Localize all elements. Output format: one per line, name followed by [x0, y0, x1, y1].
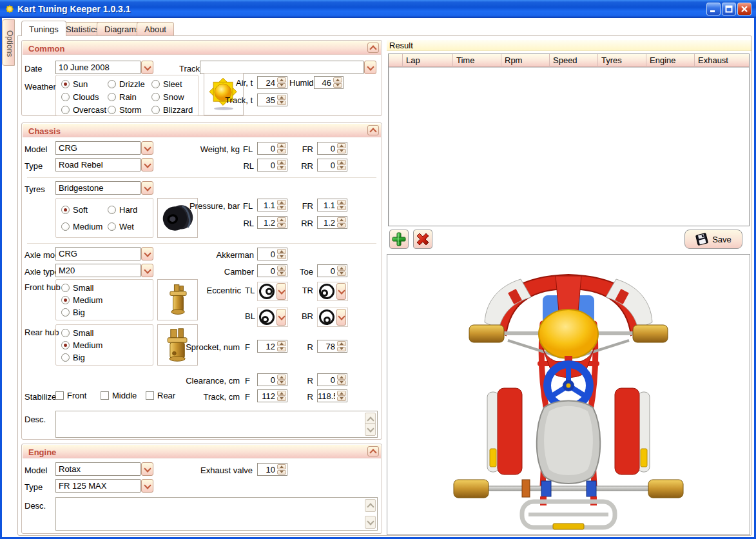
scroll-down-button[interactable]: [365, 423, 376, 436]
chassis-collapse-button[interactable]: [367, 125, 379, 135]
compound-radio-wet[interactable]: Wet: [108, 222, 134, 231]
result-col-exhaust[interactable]: Exhaust: [695, 54, 749, 67]
date-combobox[interactable]: 10 June 2008: [55, 61, 153, 74]
tyres-combobox[interactable]: Bridgestone: [55, 181, 153, 195]
camber-spinner[interactable]: [257, 264, 287, 277]
engine-collapse-button[interactable]: [367, 446, 379, 456]
weight-rr-spinner[interactable]: [317, 159, 347, 172]
minimize-button[interactable]: [706, 3, 721, 15]
stabilizer-front-checkbox[interactable]: Front: [55, 391, 86, 400]
result-table[interactable]: Lap Time Rpm Speed Tyres Engine Exhaust: [388, 54, 750, 226]
spin-down-button[interactable]: [277, 397, 286, 402]
pressure-fr-spinner[interactable]: [317, 199, 347, 211]
weight-fr-spinner[interactable]: [317, 142, 347, 155]
dropdown-button[interactable]: [141, 158, 153, 172]
spin-up-button[interactable]: [337, 375, 346, 380]
spin-down-button[interactable]: [337, 397, 346, 402]
dropdown-button[interactable]: [141, 264, 153, 277]
pressure-rl-spinner[interactable]: [257, 216, 287, 229]
scroll-up-button[interactable]: [365, 499, 376, 512]
spin-up-button[interactable]: [277, 200, 286, 205]
track-dropdown-button[interactable]: [364, 61, 376, 74]
weather-radio-storm[interactable]: Storm: [108, 105, 142, 115]
track-value[interactable]: [200, 61, 363, 74]
eccentric-bl-dropdown-button[interactable]: [276, 309, 286, 326]
spin-up-button[interactable]: [337, 266, 346, 271]
sprocket-f-spinner[interactable]: [257, 340, 287, 353]
front-hub-radio-medium[interactable]: Medium: [61, 295, 102, 305]
spin-down-button[interactable]: [277, 206, 286, 211]
engine-desc-textarea[interactable]: [55, 497, 378, 531]
spin-up-button[interactable]: [277, 160, 286, 165]
spin-down-button[interactable]: [277, 83, 286, 88]
pressure-rr-spinner[interactable]: [317, 216, 347, 229]
delete-lap-button[interactable]: [413, 230, 432, 249]
spin-down-button[interactable]: [277, 470, 286, 475]
dropdown-button[interactable]: [141, 247, 153, 260]
tab-tunings[interactable]: Tunings: [21, 21, 66, 36]
spin-down-button[interactable]: [337, 271, 346, 277]
dropdown-button[interactable]: [141, 181, 153, 195]
spin-up-button[interactable]: [337, 200, 346, 205]
engine-model-value[interactable]: Rotax: [55, 462, 141, 476]
track-cm-r-spinner[interactable]: [317, 389, 347, 402]
weather-radio-blizzard[interactable]: Blizzard: [151, 105, 193, 115]
track-temp-spinner[interactable]: [257, 93, 287, 106]
spin-down-button[interactable]: [277, 149, 286, 154]
result-col-time[interactable]: Time: [453, 54, 501, 67]
spin-up-button[interactable]: [277, 375, 286, 380]
pressure-fl-spinner[interactable]: [257, 199, 287, 211]
add-lap-button[interactable]: [389, 230, 409, 249]
weather-radio-sun[interactable]: Sun: [61, 79, 88, 89]
result-col-speed[interactable]: Speed: [550, 54, 598, 67]
rear-hub-radio-small[interactable]: Small: [61, 328, 94, 338]
result-col-rpm[interactable]: Rpm: [501, 54, 550, 67]
spin-down-button[interactable]: [337, 166, 346, 171]
toe-spinner[interactable]: [317, 264, 347, 277]
spin-down-button[interactable]: [337, 223, 346, 228]
result-col-engine[interactable]: Engine: [646, 54, 695, 67]
chassis-model-value[interactable]: CRG: [55, 141, 141, 155]
weight-fl-spinner[interactable]: [257, 142, 287, 155]
weight-rl-spinner[interactable]: [257, 159, 287, 172]
date-dropdown-button[interactable]: [141, 61, 153, 74]
spin-up-button[interactable]: [337, 143, 346, 148]
spin-down-button[interactable]: [277, 347, 286, 352]
eccentric-br-dropdown-button[interactable]: [336, 309, 346, 326]
eccentric-tl-control[interactable]: [257, 282, 288, 301]
compound-radio-soft[interactable]: Soft: [61, 205, 88, 215]
spin-up-button[interactable]: [277, 266, 286, 271]
scroll-down-button[interactable]: [365, 516, 376, 529]
clearance-r-spinner[interactable]: [317, 373, 347, 386]
engine-type-combobox[interactable]: FR 125 MAX: [55, 479, 153, 493]
maximize-button[interactable]: [722, 3, 736, 15]
eccentric-bl-control[interactable]: [257, 308, 288, 327]
spin-down-button[interactable]: [337, 149, 346, 154]
engine-type-value[interactable]: FR 125 MAX: [55, 479, 141, 493]
dropdown-button[interactable]: [141, 462, 153, 476]
rear-hub-radio-big[interactable]: Big: [61, 353, 85, 362]
spin-down-button[interactable]: [333, 83, 342, 88]
chassis-type-combobox[interactable]: Road Rebel: [55, 158, 153, 172]
spin-up-button[interactable]: [337, 391, 346, 396]
spin-down-button[interactable]: [277, 166, 286, 171]
spin-up-button[interactable]: [277, 391, 286, 396]
weather-radio-drizzle[interactable]: Drizzle: [108, 79, 145, 89]
stabilizer-rear-checkbox[interactable]: Rear: [146, 391, 175, 400]
spin-up-button[interactable]: [337, 217, 346, 222]
spin-down-button[interactable]: [337, 206, 346, 211]
weather-radio-clouds[interactable]: Clouds: [61, 92, 99, 102]
track-cm-f-spinner[interactable]: [257, 389, 287, 402]
result-col-spacer[interactable]: [389, 54, 403, 67]
spin-down-button[interactable]: [277, 255, 286, 260]
save-button[interactable]: Save: [684, 230, 742, 249]
chassis-model-combobox[interactable]: CRG: [55, 141, 153, 155]
common-collapse-button[interactable]: [367, 43, 379, 53]
front-hub-radio-small[interactable]: Small: [61, 283, 94, 293]
eccentric-br-control[interactable]: [317, 308, 348, 327]
spin-up-button[interactable]: [277, 249, 286, 254]
tab-about[interactable]: About: [137, 22, 174, 35]
axle-mod-value[interactable]: CRG: [55, 247, 141, 260]
axle-mod-combobox[interactable]: CRG: [55, 247, 153, 260]
spin-down-button[interactable]: [277, 223, 286, 228]
